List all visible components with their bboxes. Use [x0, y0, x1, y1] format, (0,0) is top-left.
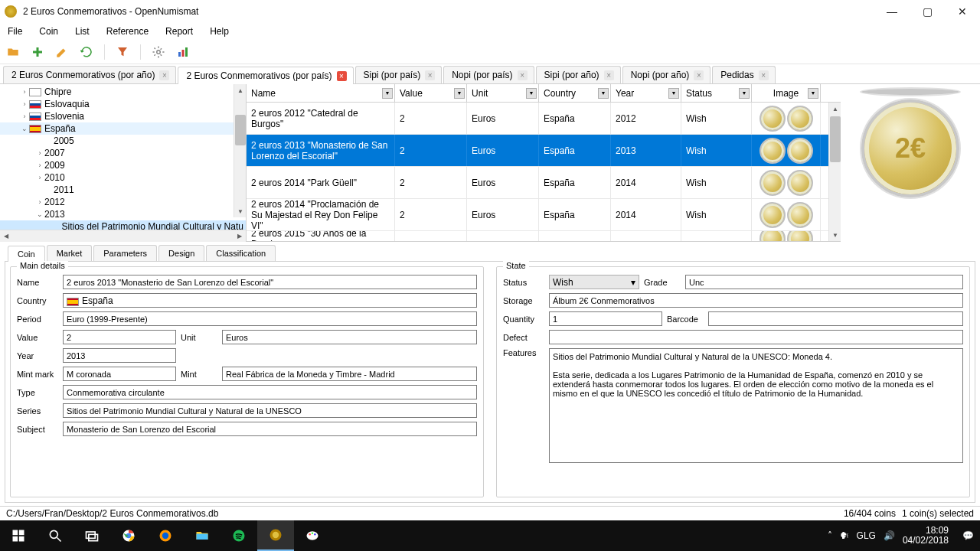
- taskview-icon[interactable]: [74, 520, 110, 551]
- menu-file[interactable]: File: [5, 24, 25, 38]
- tree-node[interactable]: ›2009: [0, 159, 246, 171]
- dtab-market[interactable]: Market: [47, 245, 93, 261]
- filter-icon[interactable]: [114, 44, 131, 60]
- menu-list[interactable]: List: [72, 24, 93, 38]
- tab-pedidas[interactable]: Pedidas×: [712, 66, 775, 83]
- menu-coin[interactable]: Coin: [36, 24, 61, 38]
- taskbar-firefox[interactable]: [147, 520, 184, 551]
- close-tab-icon[interactable]: ×: [604, 70, 614, 80]
- table-row[interactable]: 2 euros 2012 "Catedral de Burgos"2EurosE…: [247, 103, 841, 135]
- tree-node[interactable]: ⌄2013: [0, 208, 246, 220]
- tray-volume-icon[interactable]: 🗣: [840, 530, 849, 541]
- col-image[interactable]: Image▼: [752, 84, 821, 102]
- chevron-icon[interactable]: [44, 186, 54, 194]
- chevron-icon[interactable]: ⌄: [20, 125, 29, 132]
- scroll-down-icon[interactable]: ▼: [234, 205, 246, 217]
- period-field[interactable]: [63, 311, 477, 326]
- chevron-icon[interactable]: ⌄: [35, 210, 44, 218]
- close-tab-icon[interactable]: ×: [694, 70, 704, 80]
- add-icon[interactable]: [29, 44, 46, 60]
- table-row[interactable]: 2 euros 2015 "30 Años de la Bandera: [247, 231, 841, 241]
- dtab-classification[interactable]: Classification: [206, 245, 276, 261]
- scroll-track[interactable]: [12, 230, 234, 242]
- filter-dropdown-icon[interactable]: ▼: [739, 88, 750, 99]
- filter-dropdown-icon[interactable]: ▼: [382, 88, 393, 99]
- maximize-button[interactable]: ▢: [910, 0, 945, 23]
- chevron-icon[interactable]: ›: [35, 198, 44, 206]
- chevron-icon[interactable]: [44, 137, 54, 145]
- menu-reference[interactable]: Reference: [103, 24, 152, 38]
- tree-node[interactable]: ›2010: [0, 171, 246, 184]
- chevron-icon[interactable]: ›: [20, 100, 29, 108]
- tree-node[interactable]: 2005: [0, 135, 246, 147]
- tree-scrollbar-v[interactable]: ▲ ▼: [234, 84, 246, 217]
- col-unit[interactable]: Unit▼: [467, 84, 539, 102]
- scroll-thumb[interactable]: [235, 115, 246, 145]
- scroll-up-icon[interactable]: ▲: [234, 84, 246, 96]
- tree-node[interactable]: ›Eslovenia: [0, 110, 246, 122]
- type-field[interactable]: [63, 385, 477, 399]
- storage-field[interactable]: [549, 293, 963, 308]
- chart-icon[interactable]: [175, 44, 191, 60]
- coin-obverse-image[interactable]: [861, 89, 959, 95]
- menu-help[interactable]: Help: [207, 24, 232, 38]
- close-tab-icon[interactable]: ×: [425, 70, 435, 80]
- dtab-design[interactable]: Design: [158, 245, 204, 261]
- tab-nopi-ano[interactable]: Nopi (por año)×: [622, 66, 711, 83]
- menu-report[interactable]: Report: [162, 24, 196, 38]
- tree-node[interactable]: ›Eslovaquia: [0, 98, 246, 110]
- keyboard-layout[interactable]: GLG: [857, 530, 876, 541]
- mint-field[interactable]: [222, 367, 477, 381]
- tab-nopi-pais[interactable]: Nopi (por país)×: [443, 66, 534, 83]
- grade-field[interactable]: [685, 275, 963, 289]
- notifications-icon[interactable]: 💬: [962, 530, 974, 541]
- country-field[interactable]: España: [63, 293, 477, 308]
- chevron-icon[interactable]: ›: [35, 174, 44, 181]
- close-tab-icon[interactable]: ×: [337, 71, 347, 81]
- tab-sipi-pais[interactable]: Sipi (por país)×: [355, 66, 443, 83]
- start-button[interactable]: [0, 520, 37, 551]
- col-country[interactable]: Country▼: [539, 84, 611, 102]
- chevron-icon[interactable]: ›: [35, 149, 44, 157]
- value-field[interactable]: [63, 330, 176, 344]
- col-year[interactable]: Year▼: [611, 84, 681, 102]
- tree-node[interactable]: ›2007: [0, 147, 246, 159]
- table-row[interactable]: 2 euros 2014 "Proclamación de Su Majesta…: [247, 199, 841, 231]
- tray-chevron-icon[interactable]: ˄: [828, 530, 832, 541]
- taskbar-chrome[interactable]: [110, 520, 147, 551]
- defect-field[interactable]: [549, 330, 963, 344]
- tree-scrollbar-h[interactable]: ◀ ▶: [0, 230, 246, 242]
- chevron-icon[interactable]: ›: [20, 112, 29, 120]
- tab-sipi-ano[interactable]: Sipi (por año)×: [536, 66, 621, 83]
- scroll-right-icon[interactable]: ▶: [234, 230, 246, 242]
- year-field[interactable]: [63, 348, 176, 363]
- col-value[interactable]: Value▼: [395, 84, 467, 102]
- tray-speaker-icon[interactable]: 🔊: [884, 530, 895, 541]
- table-row[interactable]: 2 euros 2014 "Park Güell"2EurosEspaña201…: [247, 167, 841, 199]
- search-icon[interactable]: [37, 520, 74, 551]
- tab-por-ano[interactable]: 2 Euros Conmemorativos (por año)×: [3, 66, 176, 83]
- filter-dropdown-icon[interactable]: ▼: [598, 88, 609, 99]
- taskbar-opennumismat[interactable]: [257, 520, 294, 551]
- name-field[interactable]: [63, 275, 477, 289]
- tree-node[interactable]: ⌄España: [0, 122, 246, 135]
- series-field[interactable]: [63, 403, 477, 418]
- barcode-field[interactable]: [708, 311, 963, 326]
- quantity-field[interactable]: [549, 311, 662, 326]
- col-name[interactable]: Name▼: [247, 84, 395, 102]
- tree-node[interactable]: ›Chipre: [0, 86, 246, 98]
- taskbar-explorer[interactable]: [184, 520, 220, 551]
- subject-field[interactable]: [63, 422, 477, 436]
- open-icon[interactable]: [5, 44, 21, 60]
- unit-field[interactable]: [222, 330, 477, 344]
- scroll-down-icon[interactable]: ▼: [829, 229, 841, 241]
- filter-dropdown-icon[interactable]: ▼: [668, 88, 679, 99]
- grid-scrollbar-v[interactable]: ▲ ▼: [828, 103, 841, 241]
- taskbar-paint[interactable]: [294, 520, 331, 551]
- filter-dropdown-icon[interactable]: ▼: [454, 88, 465, 99]
- scroll-thumb[interactable]: [830, 116, 841, 162]
- col-status[interactable]: Status▼: [681, 84, 752, 102]
- tray-clock[interactable]: 18:09 04/02/2018: [903, 526, 955, 546]
- minimize-button[interactable]: ―: [874, 0, 910, 23]
- close-tab-icon[interactable]: ×: [159, 70, 169, 80]
